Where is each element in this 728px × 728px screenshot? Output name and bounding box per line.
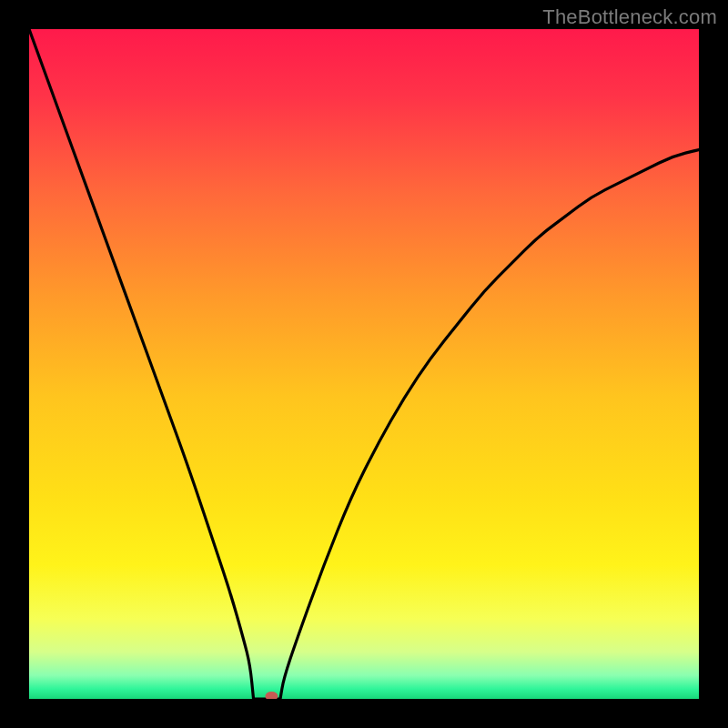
watermark-text: TheBottleneck.com: [542, 5, 717, 29]
gradient-background: [29, 29, 699, 699]
chart-frame: [29, 29, 699, 699]
bottleneck-plot: [29, 29, 699, 699]
